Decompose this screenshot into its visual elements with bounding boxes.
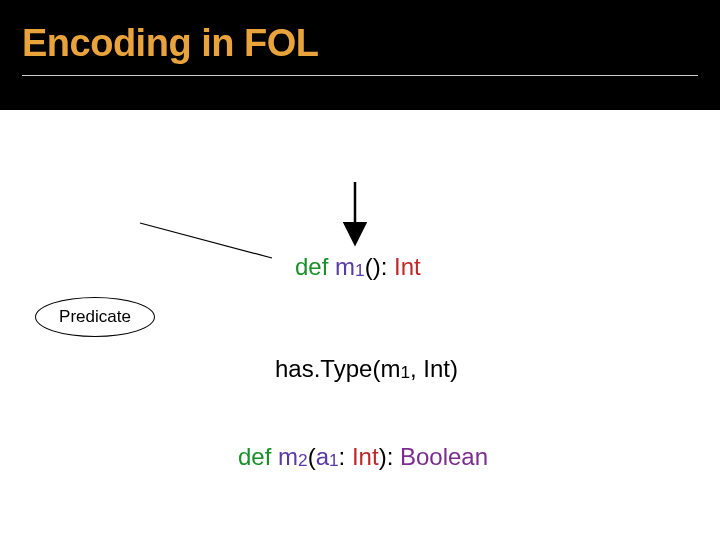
ident-m2: m2 [278,443,308,470]
title-bar: Encoding in FOL [0,0,720,110]
keyword-def-2: def [238,443,278,470]
title-rule [22,75,698,76]
paren-close: ): [379,443,400,470]
predicate-name: has.Type(m [275,355,400,382]
type-int: Int [394,253,421,280]
predicate-arg-sub: 1 [400,362,410,382]
ident-m1: m1 [335,253,365,280]
code-line-2: def m2(a1: Int): Boolean [238,443,488,471]
type-boolean: Boolean [400,443,488,470]
predicate-label-text: Predicate [59,307,131,327]
args-empty: (): [365,253,394,280]
slide-title: Encoding in FOL [22,22,698,65]
connector-line [140,223,272,258]
paren-open: ( [308,443,316,470]
arg-a1: a1 [316,443,339,470]
arg-type-int: Int [352,443,379,470]
predicate-rest: , Int) [410,355,458,382]
predicate-ellipse: Predicate [35,297,155,337]
code-line-1: def m1(): Int [295,253,421,281]
keyword-def: def [295,253,335,280]
arg-colon: : [339,443,352,470]
formula-line: has.Type(m1, Int) [275,355,458,383]
